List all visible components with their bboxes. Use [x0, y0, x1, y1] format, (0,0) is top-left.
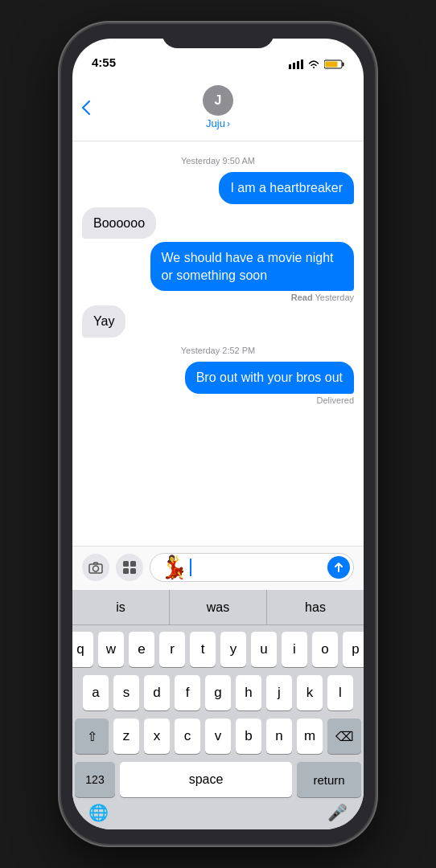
key-u[interactable]: u: [251, 632, 277, 667]
key-y[interactable]: y: [220, 632, 246, 667]
signal-icon: [289, 59, 303, 69]
nav-header: J Juju ›: [72, 74, 364, 141]
key-t[interactable]: t: [190, 632, 216, 667]
text-cursor: [190, 559, 191, 576]
keyboard: q w e r t y u i o p a s d f g h j k: [72, 625, 364, 802]
key-z[interactable]: z: [113, 719, 139, 754]
bubble-outgoing-2: We should have a movie night or somethin…: [150, 242, 355, 291]
svg-rect-1: [293, 63, 295, 69]
battery-icon: [324, 59, 344, 69]
svg-rect-0: [289, 64, 291, 69]
autocomplete-is[interactable]: is: [72, 590, 170, 624]
text-input-container[interactable]: 💃: [150, 553, 354, 582]
key-123[interactable]: 123: [75, 762, 115, 797]
key-g[interactable]: g: [205, 675, 231, 710]
send-button[interactable]: [327, 556, 350, 579]
bubble-incoming-2: Yay: [82, 305, 125, 338]
key-d[interactable]: d: [144, 675, 170, 710]
key-p[interactable]: p: [343, 632, 364, 667]
key-row-4: 123 space return: [75, 762, 361, 797]
message-status-1: Read Yesterday: [291, 293, 354, 302]
wifi-icon: [307, 59, 320, 69]
camera-button[interactable]: [82, 554, 109, 581]
key-m[interactable]: m: [297, 719, 323, 754]
key-b[interactable]: b: [236, 719, 261, 754]
svg-rect-12: [130, 568, 136, 574]
notch: [162, 24, 274, 48]
message-incoming-2: Yay: [82, 305, 125, 338]
messages-area[interactable]: Yesterday 9:50 AM I am a heartbreaker Bo…: [72, 141, 364, 546]
message-outgoing-2: We should have a movie night or somethin…: [150, 242, 355, 302]
timestamp-1: Yesterday 9:50 AM: [82, 156, 354, 166]
bottom-bar: 🌐 🎤: [72, 802, 364, 829]
bubble-outgoing-1: I am a heartbreaker: [219, 172, 354, 204]
key-row-2: a s d f g h j k l: [75, 675, 361, 710]
key-j[interactable]: j: [266, 675, 292, 710]
apps-button[interactable]: [116, 554, 143, 581]
key-l[interactable]: l: [327, 675, 353, 710]
key-v[interactable]: v: [205, 719, 231, 754]
input-emoji: 💃: [160, 556, 188, 579]
message-incoming-1: Boooooo: [82, 207, 156, 240]
svg-rect-3: [301, 59, 303, 69]
back-button[interactable]: [82, 100, 90, 115]
contact-avatar[interactable]: J: [203, 85, 233, 116]
key-f[interactable]: f: [175, 675, 200, 710]
contact-name[interactable]: Juju ›: [206, 117, 230, 129]
bubble-incoming-1: Boooooo: [82, 207, 156, 240]
key-a[interactable]: a: [83, 675, 109, 710]
key-delete[interactable]: ⌫: [327, 719, 361, 754]
status-time: 4:55: [92, 55, 116, 69]
key-c[interactable]: c: [175, 719, 200, 754]
key-row-1: q w e r t y u i o p: [75, 632, 361, 667]
mic-icon[interactable]: 🎤: [327, 803, 348, 822]
message-outgoing-1: I am a heartbreaker: [219, 172, 354, 204]
key-r[interactable]: r: [159, 632, 185, 667]
bubble-outgoing-3: Bro out with your bros out: [185, 362, 354, 394]
autocomplete-has[interactable]: has: [267, 590, 364, 624]
svg-rect-9: [123, 561, 129, 567]
key-k[interactable]: k: [297, 675, 323, 710]
svg-point-8: [93, 566, 99, 571]
key-x[interactable]: x: [144, 719, 170, 754]
input-area: 💃: [72, 546, 364, 590]
key-return[interactable]: return: [297, 762, 361, 797]
key-o[interactable]: o: [312, 632, 338, 667]
autocomplete-bar: is was has: [72, 590, 364, 625]
timestamp-2: Yesterday 2:52 PM: [82, 346, 354, 355]
autocomplete-was[interactable]: was: [170, 590, 267, 624]
globe-icon[interactable]: 🌐: [88, 803, 109, 822]
key-n[interactable]: n: [266, 719, 292, 754]
svg-rect-2: [297, 61, 299, 69]
svg-rect-6: [326, 62, 338, 68]
phone-screen: 4:55: [72, 39, 364, 829]
key-e[interactable]: e: [129, 632, 154, 667]
svg-rect-11: [123, 568, 129, 574]
message-outgoing-3: Bro out with your bros out Delivered: [185, 362, 354, 405]
key-w[interactable]: w: [98, 632, 124, 667]
key-i[interactable]: i: [282, 632, 307, 667]
key-row-3: ⇧ z x c v b n m ⌫: [75, 719, 361, 754]
key-h[interactable]: h: [236, 675, 261, 710]
key-q[interactable]: q: [72, 632, 93, 667]
key-shift[interactable]: ⇧: [75, 719, 109, 754]
svg-rect-10: [130, 561, 136, 567]
phone-frame: 4:55: [61, 24, 375, 844]
message-status-2: Delivered: [317, 395, 354, 405]
svg-rect-5: [343, 63, 344, 67]
key-space[interactable]: space: [120, 762, 292, 797]
status-icons: [289, 59, 344, 69]
key-s[interactable]: s: [113, 675, 139, 710]
